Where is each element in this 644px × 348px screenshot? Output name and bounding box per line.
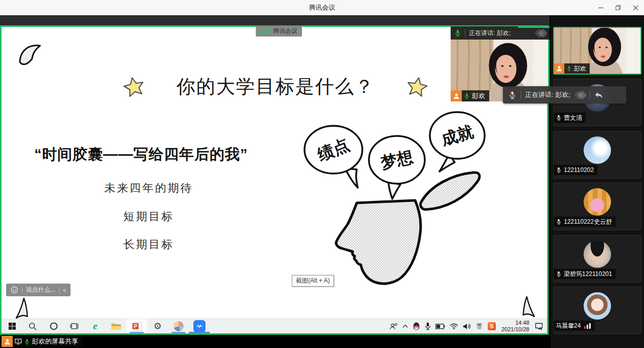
window-controls	[592, 0, 644, 15]
mic-icon	[464, 93, 470, 99]
people-icon[interactable]	[390, 323, 398, 330]
speaking-tooltip-text: 正在讲话: 彭欢;	[525, 90, 570, 99]
taskbar-time: 14:48	[501, 320, 529, 326]
mic-muted-icon	[508, 91, 517, 99]
hidden-icons-chevron[interactable]	[402, 324, 408, 328]
participant-tile[interactable]: 马晨馨24	[553, 287, 641, 334]
active-speaker-border	[518, 26, 550, 28]
window-title: 腾讯会议	[309, 3, 335, 12]
svg-text:P: P	[133, 324, 137, 329]
participant-tile[interactable]: 彭欢	[553, 27, 641, 75]
action-center-icon[interactable]	[535, 323, 543, 330]
microphone-tray-icon[interactable]	[425, 322, 431, 330]
mic-icon	[454, 29, 461, 37]
participant-name: 122110202	[564, 166, 594, 173]
chat-placeholder[interactable]: 说点什么...	[26, 286, 55, 294]
screen-share-label: 彭欢的屏幕共享	[32, 337, 78, 346]
signal-bars-icon	[584, 323, 591, 329]
status-dot-icon	[267, 29, 270, 33]
wifi-icon[interactable]	[450, 323, 458, 330]
person-badge-icon	[2, 336, 13, 347]
settings-icon[interactable]: ⚙	[147, 319, 168, 333]
open-head-illustration: 绩点 梦想 成就	[297, 108, 495, 290]
smiley-icon[interactable]	[11, 286, 18, 294]
participant-name: 122110222史云舒	[564, 218, 612, 226]
close-icon[interactable]	[627, 0, 644, 15]
slide-corner-decoration	[15, 297, 32, 319]
task-view-icon[interactable]	[64, 319, 85, 333]
qq-icon[interactable]	[413, 322, 420, 330]
meeting-watermark-icon	[536, 30, 546, 37]
reply-arrow-icon[interactable]	[594, 91, 603, 99]
star-icon	[123, 77, 145, 97]
ime-icon[interactable]	[476, 323, 483, 330]
taskbar-date: 2021/10/28	[501, 326, 529, 333]
chat-quick-bubble[interactable]: 说点什么... <	[6, 284, 71, 296]
gallery-app-icon[interactable]	[168, 319, 189, 333]
participant-tile[interactable]: 122110222史云舒	[553, 183, 641, 230]
mic-muted-icon	[556, 115, 562, 121]
avatar	[584, 292, 611, 320]
window-titlebar: 腾讯会议	[0, 0, 644, 15]
participant-name: 彭欢	[574, 64, 586, 73]
slide-corner-decoration	[17, 43, 46, 69]
file-explorer-icon[interactable]	[106, 319, 126, 333]
presenter-taskbar: e P ⚙	[2, 319, 547, 333]
head-lid	[421, 172, 480, 210]
avatar	[584, 136, 611, 164]
participant-name: 马晨馨24	[556, 322, 581, 330]
restore-icon[interactable]	[609, 0, 627, 15]
cortana-icon[interactable]	[43, 319, 64, 333]
avatar	[584, 240, 611, 268]
speaking-banner-text: 正在讲话: 彭欢;	[469, 29, 511, 38]
screen-share-icon	[15, 338, 22, 344]
tencent-meeting-taskbar-icon[interactable]	[189, 319, 210, 333]
star-icon	[406, 77, 428, 97]
participant-tile[interactable]: 122110202	[553, 131, 641, 179]
meeting-status-pill[interactable]: 腾讯会议	[256, 25, 302, 37]
mic-muted-icon	[556, 167, 562, 173]
mic-muted-icon	[556, 271, 562, 277]
signal-bars-icon	[260, 28, 264, 33]
minimize-icon[interactable]	[592, 0, 609, 15]
slide-bullet: 短期目标	[12, 209, 286, 224]
slide-quote: “时间胶囊——写给四年后的我”	[9, 145, 273, 165]
participants-sidebar: 彭欢 曹文清	[551, 15, 644, 348]
taskbar-pinned-apps: e P ⚙	[2, 319, 210, 333]
participant-name: 梁碧筠122110201	[564, 270, 612, 279]
participant-name: 曹文清	[564, 114, 582, 122]
volume-icon[interactable]	[463, 323, 471, 330]
slide-title-row: 你的大学目标是什么？	[123, 74, 428, 99]
speaker-name: 彭欢	[472, 91, 485, 100]
pill-label: 腾讯会议	[273, 27, 297, 36]
system-tray: S 14:48 2021/10/28	[390, 319, 547, 333]
screen-share-indicator: 彭欢的屏幕共享	[2, 336, 82, 347]
avatar	[584, 188, 611, 216]
powerpoint-icon[interactable]: P	[126, 319, 147, 333]
person-badge-icon	[554, 63, 564, 74]
collapse-chevron-icon[interactable]: <	[63, 287, 66, 293]
taskbar-clock[interactable]: 14:48 2021/10/28	[500, 320, 530, 333]
browser-icon[interactable]: e	[85, 319, 106, 333]
start-button[interactable]	[2, 319, 22, 333]
slide-corner-decoration	[519, 296, 536, 318]
search-icon[interactable]	[22, 319, 43, 333]
speaking-tooltip[interactable]: 正在讲话: 彭欢;	[503, 86, 626, 103]
screenshot-tooltip: 截图(Alt + A)	[292, 275, 334, 287]
slide-bullet: 未来四年的期待	[12, 181, 286, 196]
head-outline	[336, 200, 421, 284]
slide-title: 你的大学目标是什么？	[177, 74, 375, 99]
share-letterbox-band	[0, 15, 550, 26]
speaking-banner: 正在讲话: 彭欢;	[451, 26, 550, 40]
mic-muted-icon	[556, 219, 562, 225]
meeting-watermark-icon	[575, 92, 586, 98]
mic-icon	[24, 338, 30, 345]
participant-tile[interactable]: 梁碧筠122110201	[553, 235, 641, 283]
person-badge-icon	[451, 90, 462, 101]
tencent-meeting-window: 腾讯会议	[0, 0, 644, 348]
battery-icon[interactable]	[435, 324, 445, 329]
slide-bullet: 长期目标	[12, 237, 286, 252]
mic-icon	[566, 65, 572, 72]
sogou-ime-icon[interactable]: S	[488, 322, 496, 330]
